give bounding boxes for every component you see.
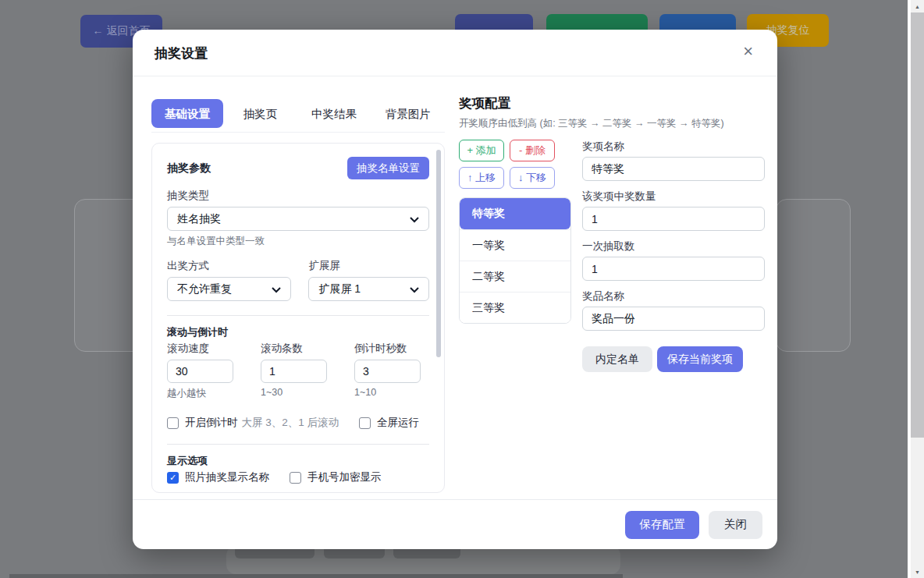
add-prize-button[interactable]: + 添加	[459, 140, 504, 161]
lottery-type-label: 抽奖类型	[167, 189, 429, 203]
gift-name-input[interactable]	[582, 307, 765, 331]
scroll-speed-input[interactable]	[167, 360, 233, 383]
move-down-button[interactable]: ↓ 下移	[510, 167, 555, 189]
chevron-down-icon	[410, 283, 419, 296]
close-icon[interactable]: ×	[738, 42, 758, 61]
scroll-speed-label: 滚动速度	[167, 342, 233, 356]
divider	[167, 315, 429, 316]
extend-screen-label: 扩展屏	[308, 259, 429, 273]
countdown-seconds-label: 倒计时秒数	[354, 342, 421, 356]
photo-show-name-checkbox[interactable]: ✓	[167, 472, 179, 484]
scroll-rows-input[interactable]	[261, 360, 327, 383]
tab-basic-settings[interactable]: 基础设置	[151, 99, 223, 128]
lottery-type-value: 姓名抽奖	[177, 212, 221, 226]
prize-item-third[interactable]: 三等奖	[460, 292, 570, 323]
prize-item-second[interactable]: 二等奖	[460, 261, 570, 292]
scroll-countdown-title: 滚动与倒计时	[167, 325, 429, 339]
save-current-prize-button[interactable]: 保存当前奖项	[657, 346, 743, 372]
close-modal-button[interactable]: 关闭	[709, 511, 762, 539]
scroll-rows-hint: 1~30	[261, 387, 327, 398]
draw-mode-select[interactable]: 不允许重复	[167, 277, 291, 301]
extend-screen-select[interactable]: 扩展屏 1	[308, 277, 429, 301]
insider-list-button[interactable]: 内定名单	[582, 346, 652, 372]
background-bottom-strip	[9, 574, 623, 578]
lottery-settings-modal: 抽奖设置 × 基础设置 抽奖页 中奖结果 背景图片 抽奖参数 抽奖名单设置 抽奖…	[133, 30, 777, 549]
prize-name-input[interactable]	[582, 157, 765, 181]
modal-title: 抽奖设置	[155, 44, 208, 62]
countdown-seconds-hint: 1~10	[354, 387, 421, 398]
tab-background-image[interactable]: 背景图片	[371, 99, 445, 129]
settings-tabs: 基础设置 抽奖页 中奖结果 背景图片	[151, 99, 445, 133]
check-icon: ✓	[169, 473, 176, 483]
basic-settings-panel: 抽奖参数 抽奖名单设置 抽奖类型 姓名抽奖 与名单设置中类型一致 出奖方式 不允…	[151, 143, 445, 493]
prize-item-first[interactable]: 一等奖	[460, 229, 570, 261]
display-options-title: 显示选项	[167, 454, 429, 468]
scrollbar-thumb[interactable]	[911, 12, 924, 438]
prize-item-special[interactable]: 特等奖	[460, 198, 570, 229]
photo-show-name-label: 照片抽奖显示名称	[185, 470, 269, 484]
prize-order-hint: 开奖顺序由低到高 (如: 三等奖 → 二等奖 → 一等奖 → 特等奖)	[459, 117, 765, 130]
fullscreen-checkbox[interactable]	[359, 417, 371, 429]
prize-name-label: 奖项名称	[582, 140, 765, 154]
countdown-seconds-input[interactable]	[354, 360, 421, 383]
app-screen: ← 返回首页 抽奖复位 ▲ ▼ 抽奖设置 × 基础设置 抽奖页 中奖结果 背景图…	[0, 0, 924, 578]
move-up-button[interactable]: ↑ 上移	[459, 167, 504, 189]
draw-mode-label: 出奖方式	[167, 259, 291, 273]
draw-mode-value: 不允许重复	[177, 282, 232, 296]
divider	[167, 444, 429, 445]
tab-lottery-page[interactable]: 抽奖页	[223, 99, 297, 129]
prize-count-label: 该奖项中奖数量	[582, 190, 765, 204]
remove-prize-button[interactable]: - 删除	[510, 140, 555, 161]
modal-header: 抽奖设置 ×	[133, 30, 777, 76]
enable-countdown-label: 开启倒计时	[185, 416, 238, 430]
panel-scrollbar-thumb[interactable]	[436, 150, 441, 357]
tab-winning-results[interactable]: 中奖结果	[297, 99, 371, 129]
scrollbar-down-arrow-icon[interactable]: ▼	[911, 566, 924, 578]
name-list-settings-button[interactable]: 抽奖名单设置	[347, 157, 429, 179]
chevron-down-icon	[410, 213, 419, 225]
scroll-speed-hint: 越小越快	[167, 387, 233, 400]
prize-list: 特等奖 一等奖 二等奖 三等奖	[459, 197, 571, 324]
extend-screen-value: 扩展屏 1	[318, 282, 361, 296]
chevron-down-icon	[272, 283, 281, 296]
scrollbar-up-arrow-icon[interactable]: ▲	[911, 0, 924, 12]
lottery-type-select[interactable]: 姓名抽奖	[167, 207, 429, 231]
per-draw-count-label: 一次抽取数	[582, 239, 765, 254]
enable-countdown-checkbox[interactable]	[167, 417, 179, 429]
lottery-type-hint: 与名单设置中类型一致	[167, 235, 429, 248]
background-card-right	[776, 199, 851, 352]
modal-footer: 保存配置 关闭	[133, 499, 777, 549]
lottery-params-title: 抽奖参数	[167, 161, 211, 176]
phone-mask-label: 手机号加密显示	[307, 470, 382, 484]
enable-countdown-hint: 大屏 3、2、1 后滚动	[242, 416, 339, 430]
per-draw-count-input[interactable]	[582, 257, 765, 281]
save-config-button[interactable]: 保存配置	[625, 511, 699, 539]
gift-name-label: 奖品名称	[582, 289, 765, 303]
prize-config-title: 奖项配置	[459, 95, 765, 112]
prize-count-input[interactable]	[582, 207, 765, 231]
prize-config-section: 奖项配置 开奖顺序由低到高 (如: 三等奖 → 二等奖 → 一等奖 → 特等奖)…	[459, 95, 765, 372]
scroll-rows-label: 滚动条数	[261, 342, 327, 356]
page-scrollbar[interactable]: ▲ ▼	[911, 0, 924, 578]
phone-mask-checkbox[interactable]	[290, 472, 301, 484]
fullscreen-label: 全屏运行	[377, 416, 419, 430]
